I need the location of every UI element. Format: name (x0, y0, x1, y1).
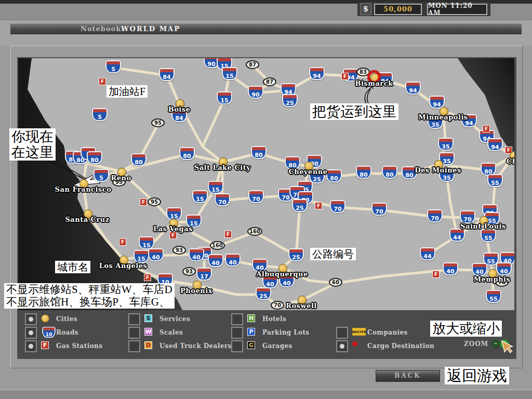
shield-red-band (461, 211, 474, 215)
legend-checkbox-cargo-destination[interactable] (336, 340, 348, 352)
shield-number: 15 (142, 242, 150, 249)
interstate-shield: 44 (449, 229, 465, 242)
shield-red-band (286, 157, 299, 161)
checkbox-check-dot (340, 344, 344, 349)
shield-number: 40 (152, 254, 159, 261)
legend-icon-parking-p: P (247, 328, 255, 336)
legend-label-gas-stations: Gas Stations (56, 342, 102, 350)
shield-red-band (487, 291, 500, 294)
shield-number: 90 (251, 91, 259, 98)
legend-checkbox-parking-lots[interactable] (231, 327, 243, 339)
shield-number: 80 (183, 153, 191, 159)
gas-station-icon: F (119, 238, 126, 246)
shield-number: 44 (423, 253, 431, 260)
legend-checkbox-hotels[interactable] (231, 313, 243, 325)
shield-number: 84 (163, 74, 170, 81)
shield-number: 55 (491, 180, 499, 187)
shield-red-band (403, 167, 416, 170)
legend-checkbox-cities[interactable] (25, 313, 37, 325)
legend-icon-companies-logo: NEXTFR (352, 328, 366, 336)
city-label-santa-cruz: Santa Cruz (65, 216, 109, 223)
legend-checkbox-scales[interactable] (128, 327, 140, 339)
legend-checkbox-used-truck-dealers[interactable] (128, 340, 140, 352)
annotation-highway-number: 公路编号 (310, 248, 356, 260)
shield-red-band (167, 208, 181, 211)
legend-checkbox-companies[interactable] (336, 327, 348, 339)
city-label-des-moines: Des Moines (415, 166, 461, 174)
shield-red-band (249, 191, 263, 194)
interstate-shield: 15 (222, 67, 237, 80)
legend-icon-services-s: S (144, 314, 152, 322)
back-button[interactable]: BACK (376, 370, 440, 382)
notebook-title-bar: Notebook: WORLD MAP (10, 23, 522, 34)
legend-checkbox-garages[interactable] (231, 340, 243, 352)
shield-number: 40 (283, 280, 290, 287)
shield-red-band (428, 210, 442, 214)
shield-red-band (197, 269, 211, 272)
shield-red-band (299, 192, 312, 195)
shield-number: 90 (207, 61, 215, 68)
shield-red-band (501, 253, 514, 256)
interstate-shield: 55 (486, 290, 501, 303)
shield-red-band (308, 156, 321, 159)
zoom-label: ZOOM (464, 340, 488, 348)
shield-red-band (440, 153, 454, 156)
shield-red-band (95, 170, 108, 173)
legend-checkbox-services[interactable] (128, 313, 140, 325)
shield-red-band (430, 97, 444, 100)
shield-red-band (283, 95, 297, 98)
city-label-phoenix: Phoenix (180, 287, 212, 295)
shield-red-band (290, 187, 304, 190)
interstate-shield: 70 (215, 193, 230, 206)
shield-red-band (253, 260, 267, 263)
shield-red-band (107, 61, 120, 64)
interstate-shield: 25 (282, 94, 298, 107)
shield-red-band (226, 255, 240, 258)
shield-number: 5 (99, 175, 103, 181)
interstate-shield: 25 (256, 287, 271, 300)
checkbox-check-dot (29, 317, 33, 322)
interstate-shield: 70 (460, 210, 475, 223)
gas-station-icon: F (99, 78, 106, 85)
shield-number: 15 (220, 97, 228, 104)
interstate-shield: 80 (131, 153, 147, 166)
city-label-chi: Chi (507, 157, 514, 165)
annotation-gas-station: 加油站F (107, 85, 148, 98)
checkbox-check-dot (29, 330, 33, 335)
city-label-san-francisco: San Francisco (55, 185, 112, 193)
legend-icon-hotels-h: H (247, 314, 255, 322)
legend-icon-gas-f: F (41, 341, 49, 349)
world-map-viewport[interactable]: 5849015158787901584955949483949494942535… (18, 58, 514, 310)
interstate-shield: 15 (192, 190, 208, 203)
zoom-out-button[interactable]: – (491, 340, 500, 348)
shield-number: 5 (98, 114, 102, 121)
city-label-cheyenne: Cheyenne (288, 168, 327, 176)
shield-red-band (252, 147, 265, 150)
shield-number: 25 (292, 254, 300, 261)
us-route-shield: 60 (329, 278, 342, 287)
interstate-shield: 70 (427, 209, 443, 222)
zoom-in-button[interactable]: + (500, 339, 509, 349)
shield-red-band (43, 328, 55, 330)
legend-checkbox-roads[interactable] (25, 327, 37, 339)
shield-red-band (160, 69, 174, 72)
city-label-minneapolis: Minneapolis (418, 113, 468, 121)
interstate-shield: 35 (438, 138, 454, 151)
interstate-shield: 5 (94, 169, 109, 182)
shield-red-band (488, 139, 502, 142)
legend-checkbox-gas-stations[interactable] (25, 340, 37, 352)
interstate-shield: 5 (105, 60, 121, 73)
city-label-bismarck: Bismarck (355, 79, 393, 87)
legend-icon-dealers-d: D (144, 341, 152, 349)
shield-red-band (88, 152, 101, 155)
shield-number: 25 (286, 100, 294, 107)
shield-number: 80 (360, 171, 367, 178)
legend-road-shield: 10 (42, 327, 56, 338)
shield-number: 80 (330, 175, 338, 182)
shield-red-band (216, 194, 229, 197)
shield-number: 10 (45, 331, 52, 337)
status-bar: $ 50,000 MON 11:20 AM (357, 2, 490, 16)
shield-red-band (187, 216, 201, 219)
shield-number: 84 (175, 115, 183, 122)
shield-red-band (331, 201, 344, 204)
